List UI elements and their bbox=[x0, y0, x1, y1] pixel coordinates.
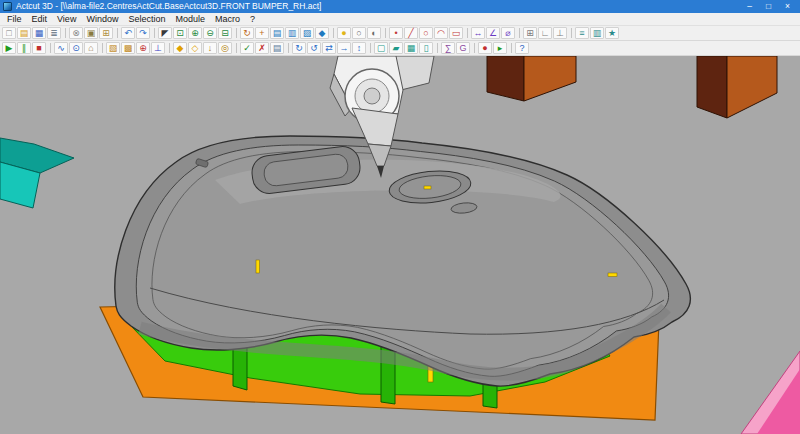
section-button[interactable]: ▯ bbox=[419, 42, 433, 54]
coordinate-system-icon: ⊥ bbox=[556, 28, 564, 38]
machine-setup-button[interactable]: ⌂ bbox=[84, 42, 98, 54]
menu-macro[interactable]: Macro bbox=[210, 13, 245, 25]
zoom-in-button[interactable]: ⊕ bbox=[188, 27, 202, 39]
properties-button[interactable]: ▥ bbox=[590, 27, 604, 39]
copy-button[interactable]: ▣ bbox=[84, 27, 98, 39]
title-bar: Actcut 3D - [\\alma-file2.CentresActCut.… bbox=[0, 0, 800, 13]
open-file-icon: ▤ bbox=[20, 28, 29, 38]
menu-help[interactable]: ? bbox=[245, 13, 260, 25]
zoom-out-button[interactable]: ⊖ bbox=[203, 27, 217, 39]
hidden-line-mode-icon: ◐ bbox=[371, 28, 376, 38]
draw-line-button[interactable]: ╱ bbox=[404, 27, 418, 39]
menu-file[interactable]: File bbox=[2, 13, 27, 25]
finishing-button[interactable]: ◇ bbox=[188, 42, 202, 54]
hidden-line-mode-button[interactable]: ◐ bbox=[367, 27, 381, 39]
new-file-button[interactable]: □ bbox=[2, 27, 16, 39]
shaded-mode-button[interactable]: ● bbox=[337, 27, 351, 39]
zoom-fit-button[interactable]: ⊡ bbox=[173, 27, 187, 39]
viewport-3d[interactable] bbox=[0, 56, 800, 434]
menu-view[interactable]: View bbox=[52, 13, 81, 25]
shaded-mode-icon: ● bbox=[341, 28, 346, 38]
save-file-button[interactable]: ▦ bbox=[32, 27, 46, 39]
snap-toggle-icon: ∟ bbox=[541, 28, 550, 38]
draw-arc-button[interactable]: ◠ bbox=[434, 27, 448, 39]
view-side-button[interactable]: ▨ bbox=[300, 27, 314, 39]
select-button[interactable]: ◤ bbox=[158, 27, 172, 39]
toolbar-separator bbox=[467, 28, 468, 38]
draw-circle-button[interactable]: ○ bbox=[419, 27, 433, 39]
mirror-icon: ⇄ bbox=[325, 43, 333, 53]
menu-module[interactable]: Module bbox=[170, 13, 210, 25]
rotate-view-button[interactable]: ↻ bbox=[240, 27, 254, 39]
boundary-button[interactable]: ▢ bbox=[374, 42, 388, 54]
view-iso-button[interactable]: ◆ bbox=[315, 27, 329, 39]
measure-diameter-button[interactable]: ⌀ bbox=[501, 27, 515, 39]
tool-library-button[interactable]: ⊙ bbox=[69, 42, 83, 54]
menu-selection[interactable]: Selection bbox=[123, 13, 170, 25]
roughing-button[interactable]: ◆ bbox=[173, 42, 187, 54]
origin-button[interactable]: ⊕ bbox=[136, 42, 150, 54]
toolbar-row-2: ▶∥■∿⊙⌂▧▩⊕⊥◆◇↓◎✓✗▤↻↺⇄→↕▢▰▦▯∑G●▸? bbox=[0, 41, 800, 56]
simulate-pause-button[interactable]: ∥ bbox=[17, 42, 31, 54]
toolpath-button[interactable]: ∿ bbox=[54, 42, 68, 54]
section-icon: ▯ bbox=[424, 43, 429, 53]
coordinate-system-button[interactable]: ⊥ bbox=[553, 27, 567, 39]
pan-view-button[interactable]: + bbox=[255, 27, 269, 39]
resize-icon: ↕ bbox=[357, 43, 362, 53]
grid-toggle-button[interactable]: ⊞ bbox=[523, 27, 537, 39]
draw-point-button[interactable]: • bbox=[389, 27, 403, 39]
draw-circle-icon: ○ bbox=[423, 28, 428, 38]
print-button[interactable]: ≣ bbox=[47, 27, 61, 39]
mesh-button[interactable]: ▦ bbox=[404, 42, 418, 54]
nc-code-button[interactable]: G bbox=[456, 42, 470, 54]
draw-rect-button[interactable]: ▭ bbox=[449, 27, 463, 39]
axes-button[interactable]: ⊥ bbox=[151, 42, 165, 54]
view-front-button[interactable]: ▥ bbox=[285, 27, 299, 39]
open-file-button[interactable]: ▤ bbox=[17, 27, 31, 39]
contouring-button[interactable]: ◎ bbox=[218, 42, 232, 54]
maximize-button[interactable]: □ bbox=[759, 0, 778, 13]
measure-distance-button[interactable]: ↔ bbox=[471, 27, 485, 39]
minimize-button[interactable]: – bbox=[740, 0, 759, 13]
cut-button[interactable]: ⊗ bbox=[69, 27, 83, 39]
paste-button[interactable]: ⊞ bbox=[99, 27, 113, 39]
menu-edit[interactable]: Edit bbox=[27, 13, 53, 25]
options-button[interactable]: ★ bbox=[605, 27, 619, 39]
help-button[interactable]: ? bbox=[515, 42, 529, 54]
zoom-window-button[interactable]: ⊟ bbox=[218, 27, 232, 39]
simulate-stop-button[interactable]: ■ bbox=[32, 42, 46, 54]
collision-check-button[interactable]: ✗ bbox=[255, 42, 269, 54]
drilling-button[interactable]: ↓ bbox=[203, 42, 217, 54]
surface-button[interactable]: ▰ bbox=[389, 42, 403, 54]
robot-flange-hub bbox=[364, 88, 380, 104]
fixture-icon: ▩ bbox=[124, 43, 133, 53]
rotate-y-button[interactable]: ↺ bbox=[307, 42, 321, 54]
mirror-button[interactable]: ⇄ bbox=[322, 42, 336, 54]
snap-toggle-button[interactable]: ∟ bbox=[538, 27, 552, 39]
report-button[interactable]: ▤ bbox=[270, 42, 284, 54]
menu-window[interactable]: Window bbox=[81, 13, 123, 25]
view-top-button[interactable]: ▤ bbox=[270, 27, 284, 39]
macro-record-button[interactable]: ● bbox=[478, 42, 492, 54]
viewport-canvas[interactable] bbox=[0, 56, 800, 434]
close-button[interactable]: × bbox=[778, 0, 797, 13]
layers-button[interactable]: ≡ bbox=[575, 27, 589, 39]
verify-button[interactable]: ✓ bbox=[240, 42, 254, 54]
post-processor-button[interactable]: ∑ bbox=[441, 42, 455, 54]
macro-play-button[interactable]: ▸ bbox=[493, 42, 507, 54]
yellow-marker bbox=[424, 186, 431, 189]
report-icon: ▤ bbox=[273, 43, 282, 53]
rotate-x-button[interactable]: ↻ bbox=[292, 42, 306, 54]
window-controls: – □ × bbox=[740, 0, 797, 13]
fixture-button[interactable]: ▩ bbox=[121, 42, 135, 54]
redo-button[interactable]: ↷ bbox=[136, 27, 150, 39]
undo-button[interactable]: ↶ bbox=[121, 27, 135, 39]
toolbar-row-1: □▤▦≣⊗▣⊞↶↷◤⊡⊕⊖⊟↻+▤▥▨◆●○◐•╱○◠▭↔∠⌀⊞∟⊥≡▥★ bbox=[0, 26, 800, 41]
resize-button[interactable]: ↕ bbox=[352, 42, 366, 54]
simulate-play-button[interactable]: ▶ bbox=[2, 42, 16, 54]
measure-angle-button[interactable]: ∠ bbox=[486, 27, 500, 39]
move-button[interactable]: → bbox=[337, 42, 351, 54]
save-file-icon: ▦ bbox=[35, 28, 44, 38]
wireframe-mode-button[interactable]: ○ bbox=[352, 27, 366, 39]
stock-button[interactable]: ▧ bbox=[106, 42, 120, 54]
